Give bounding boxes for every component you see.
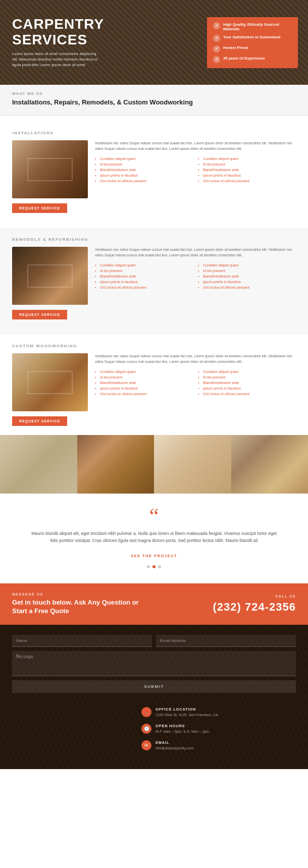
- carousel-dots: [30, 565, 278, 568]
- gallery-item-3: [154, 435, 231, 494]
- testimonial-text: Mauris blandit aliquet elit, eget tincid…: [30, 530, 278, 545]
- list-item: Curabitur aliquet quam: [198, 157, 296, 160]
- gallery: [0, 435, 308, 494]
- installations-content: REQUEST SERVICE Vestibulum nec odios Suq…: [12, 140, 296, 213]
- name-input[interactable]: [12, 635, 152, 647]
- remodels-list-right: Curabitur aliquet quam Id dui posuere Bl…: [198, 263, 296, 291]
- hero-badge-2: ✓ Honest Prices: [213, 45, 292, 52]
- contact-footer-title: Get in touch below. Ask Any Question or …: [12, 599, 139, 616]
- remodels-request-button[interactable]: REQUEST SERVICE: [12, 310, 67, 319]
- list-item: Orci luctus et ultrices posuere: [95, 392, 193, 396]
- email-text: EMAIL info@dolacarpentry.com: [156, 740, 193, 751]
- hero-section: CARPENTRY SERVICES Lorem ipsum dolor sit…: [0, 0, 308, 85]
- list-item: Id dui posuere: [198, 375, 296, 379]
- checkmark-icon-1: ✓: [213, 35, 220, 42]
- remodels-right: Vestibulum nec odios Suque ndisse cursus…: [95, 247, 296, 319]
- list-item: Orci luctus et ultrices posuere: [198, 286, 296, 289]
- woodworking-list-right: Curabitur aliquet quam Id dui posuere Bl…: [198, 370, 296, 398]
- list-item: Orci luctus et ultrices posuere: [95, 179, 193, 183]
- installations-request-button[interactable]: REQUEST SERVICE: [12, 203, 67, 213]
- checkmark-icon-0: ✓: [213, 22, 220, 29]
- list-item: Ipsum primis in faucibus: [198, 174, 296, 177]
- gallery-image-3: [154, 435, 231, 494]
- carousel-dot-2[interactable]: [152, 565, 156, 568]
- list-item: Ipsum primis in faucibus: [198, 387, 296, 390]
- gallery-item-2: [77, 435, 155, 494]
- contact-title-line2: Start a Free Quote: [12, 607, 69, 615]
- hero-title-line1: CARPENTRY: [12, 16, 104, 32]
- badge-label-3: 35 years Of Experience: [223, 56, 265, 61]
- remodels-section: REMODELS & REFURBISHING REQUEST SERVICE …: [0, 228, 308, 329]
- list-item: BlanditVestibulum ante: [95, 275, 193, 278]
- list-item: BlanditVestibulum ante: [198, 168, 296, 172]
- email-value: info@dolacarpentry.com: [156, 746, 193, 751]
- message-textarea[interactable]: [12, 651, 296, 676]
- installations-lists: Curabitur aliquet quam Id dui posuere Bl…: [95, 157, 296, 185]
- list-item: Id dui posuere: [95, 269, 193, 273]
- remodels-image-wrap: REQUEST SERVICE: [12, 247, 88, 319]
- carousel-dot-1[interactable]: [147, 565, 150, 568]
- gallery-item-1: [0, 435, 77, 494]
- hero-badge-0: ✓ High Quality, Ethically Sourced Materi…: [213, 22, 292, 31]
- checkmark-icon-2: ✓: [213, 45, 220, 52]
- list-item: Curabitur aliquet quam: [95, 263, 193, 267]
- contact-info-items: 📍 OFFICE LOCATION 1235 Olive St, #125, S…: [141, 707, 296, 756]
- image-detail: [27, 264, 73, 288]
- list-item: Ipsum primis in faucibus: [95, 174, 193, 177]
- hero-title: CARPENTRY SERVICES: [12, 17, 207, 48]
- gallery-item-4: [231, 435, 309, 494]
- woodworking-desc: Vestibulum nec odios Suque ndisse cursus…: [95, 353, 296, 364]
- installations-image-wrap: REQUEST SERVICE: [12, 140, 88, 213]
- hours-label: OPEN HOURS: [156, 724, 209, 728]
- remodels-desc: Vestibulum nec odios Suque ndisse cursus…: [95, 247, 296, 258]
- installations-image: [12, 140, 88, 198]
- carousel-dot-3[interactable]: [158, 565, 161, 568]
- woodworking-request-button[interactable]: REQUEST SERVICE: [12, 416, 67, 426]
- list-item: Ipsum primis in faucibus: [95, 387, 193, 390]
- list-item: BlanditVestibulum ante: [95, 381, 193, 385]
- what-we-do-section: WHAT WE DO Installations, Repairs, Remod…: [0, 85, 308, 116]
- quote-icon: “: [30, 509, 278, 523]
- contact-right: CALL US (232) 724-2356: [213, 594, 296, 614]
- location-icon: 📍: [141, 707, 151, 717]
- hero-title-line2: SERVICES: [12, 32, 87, 47]
- image-detail: [27, 371, 73, 394]
- submit-button[interactable]: SUBMIT: [12, 680, 296, 693]
- gallery-image-4: [231, 435, 309, 494]
- list-item: BlanditVestibulum ante: [198, 275, 296, 278]
- list-item: Id dui posuere: [198, 162, 296, 166]
- image-detail: [27, 158, 73, 181]
- what-we-do-label: WHAT WE DO: [12, 92, 296, 95]
- hours-text: OPEN HOURS M-F: 8am – 9pm, S-S: 9am – 1p…: [156, 724, 209, 734]
- contact-title-line1: Get in touch below. Ask Any Question or: [12, 599, 139, 606]
- list-item: Ipsum primis in faucibus: [95, 280, 193, 284]
- hero-text: CARPENTRY SERVICES Lorem ipsum dolor sit…: [12, 17, 207, 68]
- woodworking-section: CUSTOM WOODWORKING REQUEST SERVICE Vesti…: [0, 335, 308, 435]
- installations-section: INSTALLATIONS REQUEST SERVICE Vestibulum…: [0, 122, 308, 222]
- email-input[interactable]: [156, 635, 296, 647]
- remodels-label: REMODELS & REFURBISHING: [12, 237, 296, 242]
- gallery-image-1: [0, 435, 77, 494]
- email-item: ✉ EMAIL info@dolacarpentry.com: [141, 740, 296, 751]
- testimonial-section: “ Mauris blandit aliquet elit, eget tinc…: [0, 494, 308, 583]
- woodworking-content: REQUEST SERVICE Vestibulum nec odios Suq…: [12, 353, 296, 426]
- woodworking-image-wrap: REQUEST SERVICE: [12, 353, 88, 426]
- list-item: Orci luctus et ultrices posuere: [198, 392, 296, 396]
- list-item: Orci luctus et ultrices posuere: [95, 286, 193, 289]
- hero-badge-3: ✓ 35 years Of Experience: [213, 56, 292, 63]
- list-item: Curabitur aliquet quam: [198, 263, 296, 267]
- location-label: OFFICE LOCATION: [156, 707, 218, 712]
- see-project-link[interactable]: SEE THE PROJECT: [131, 554, 177, 558]
- installations-desc: Vestibulum nec odios Suque ndisse cursus…: [95, 140, 296, 151]
- hours-item: 🕐 OPEN HOURS M-F: 8am – 9pm, S-S: 9am – …: [141, 724, 296, 734]
- list-item: Orci luctus et ultrices posuere: [198, 179, 296, 183]
- hero-description: Lorem ipsum dolor sit amet consectetur a…: [12, 51, 98, 68]
- woodworking-list-left: Curabitur aliquet quam Id dui posuere Bl…: [95, 370, 193, 398]
- message-us-label: MESSAGE US: [12, 592, 139, 596]
- woodworking-lists: Curabitur aliquet quam Id dui posuere Bl…: [95, 370, 296, 398]
- installations-list-left: Curabitur aliquet quam Id dui posuere Bl…: [95, 157, 193, 185]
- installations-label: INSTALLATIONS: [12, 131, 296, 135]
- installations-right: Vestibulum nec odios Suque ndisse cursus…: [95, 140, 296, 213]
- list-item: Ipsum primis in faucibus: [198, 280, 296, 284]
- woodworking-label: CUSTOM WOODWORKING: [12, 344, 296, 348]
